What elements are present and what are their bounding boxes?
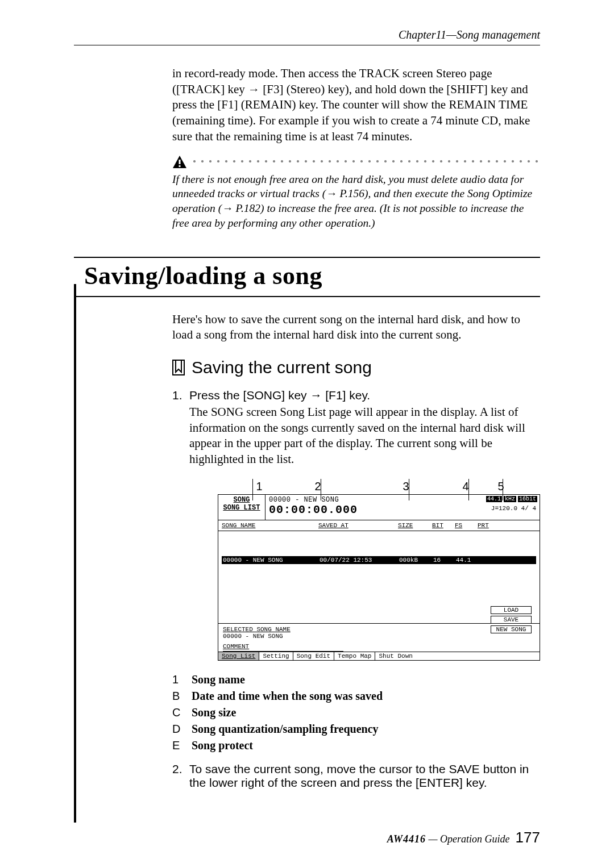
page: Chapter11—Song management in record-read…: [0, 0, 614, 868]
lcd-chips: 44.1 kHz 16bit: [486, 496, 537, 502]
dotted-rule: [193, 160, 540, 165]
intro-paragraph: Here's how to save the current song on t…: [172, 312, 540, 343]
load-button[interactable]: LOAD: [491, 606, 532, 614]
save-button[interactable]: SAVE: [491, 616, 532, 624]
lcd-column-headers: SONG NAME SAVED AT SIZE BIT FS PRT: [218, 520, 540, 531]
svg-rect-2: [173, 360, 184, 375]
selected-song-label: SELECTED SONG NAME: [223, 626, 535, 633]
tab-setting[interactable]: Setting: [259, 652, 293, 660]
body-column-2: Here's how to save the current song on t…: [172, 312, 540, 790]
footer-brand: AW4416: [387, 833, 426, 845]
lcd-status-block: 00000 - NEW SONG 00:00:00.000 44.1 kHz 1…: [265, 495, 540, 520]
svg-rect-0: [179, 160, 181, 164]
step-2-command: To save the current song, move the curso…: [189, 762, 540, 790]
step-2-number: 2.: [172, 762, 181, 776]
callout-4: 4: [443, 480, 488, 493]
subsection-row: Saving the current song: [172, 358, 540, 377]
continued-paragraph: in record-ready mode. Then access the TR…: [172, 66, 540, 145]
tab-shut-down[interactable]: Shut Down: [375, 652, 540, 660]
callout-row: 1 2 3 4 5: [218, 480, 540, 493]
page-footer: AW4416 — Operation Guide 177: [74, 829, 540, 846]
step-1: 1. Press the [SONG] key → [F1] key. The …: [172, 389, 540, 468]
lcd-screenshot: SONG SONG LIST 00000 - NEW SONG 00:00:00…: [218, 494, 540, 661]
lcd-action-buttons: LOAD SAVE NEW SONG: [491, 606, 532, 633]
warning-text: If there is not enough free area on the …: [172, 172, 540, 231]
lcd-title-block: SONG SONG LIST: [218, 495, 265, 520]
subsection-heading: Saving the current song: [192, 358, 372, 377]
tab-song-edit[interactable]: Song Edit: [293, 652, 334, 660]
lcd-tabs: Song List Setting Song Edit Tempo Map Sh…: [218, 652, 540, 660]
step-1-detail: The SONG screen Song List page will appe…: [189, 404, 540, 468]
page-header: Chapter11—Song management: [74, 28, 540, 45]
step-1-number: 1.: [172, 389, 181, 402]
body-column: in record-ready mode. Then access the TR…: [172, 66, 540, 231]
page-number: 177: [516, 829, 540, 846]
step-2: 2. To save the current song, move the cu…: [172, 762, 540, 790]
tab-song-list[interactable]: Song List: [218, 652, 259, 660]
lcd-tempo: J=120.0 4/ 4: [491, 505, 536, 512]
bookmark-icon: [172, 360, 185, 375]
footer-guide: — Operation Guide: [426, 833, 510, 845]
lcd-figure: 1 2 3 4 5 SONG SONG LIST 0000: [218, 480, 540, 661]
new-song-button[interactable]: NEW SONG: [491, 625, 532, 633]
selected-song-value: 00000 - NEW SONG: [223, 633, 283, 640]
warning-triangle-icon: [172, 155, 187, 169]
step-1-command: Press the [SONG] key → [F1] key.: [189, 389, 540, 402]
callout-2: 2: [267, 480, 369, 493]
warning-block: If there is not enough free area on the …: [172, 155, 540, 231]
section-heading: Saving/loading a song: [74, 257, 540, 297]
comment-label: COMMENT: [223, 643, 535, 650]
tab-tempo-map[interactable]: Tempo Map: [334, 652, 375, 660]
callout-3: 3: [369, 480, 443, 493]
callout-1: 1: [252, 480, 267, 493]
left-margin-rule: [74, 284, 76, 823]
lcd-row-selected[interactable]: 00000 - NEW SONG 00/07/22 12:53 000kB 16…: [222, 556, 536, 564]
legend-list: 1Song name BDate and time when the song …: [172, 673, 540, 752]
callout-5: 5: [488, 480, 513, 493]
svg-rect-1: [179, 165, 181, 167]
